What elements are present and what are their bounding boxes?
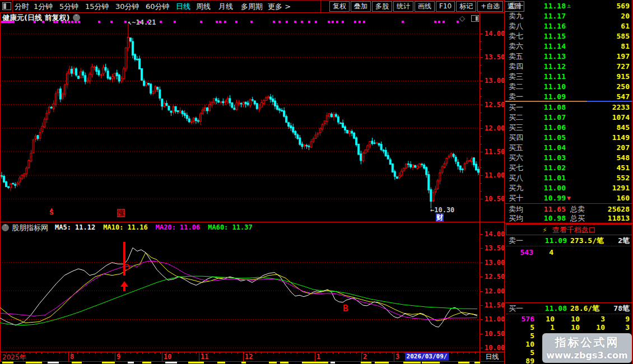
menu-period-2[interactable]: 1分钟 — [34, 2, 53, 12]
queue-order-value: 10 — [511, 340, 534, 348]
deep-quote-button[interactable]: ⚡ 查看千档盘口 — [506, 224, 632, 235]
queue-order-value: 9 — [606, 315, 630, 323]
sell-level-row[interactable]: 卖六11.1481 — [505, 41, 633, 52]
sell1-queue-header: 卖一 11.09 273.5/笔 2笔 — [505, 236, 633, 246]
buy1-label: 买一 — [509, 304, 523, 314]
buy-level-row[interactable]: 买八11.01552 — [505, 173, 633, 183]
bid-ask-ratio-bar — [505, 101, 633, 102]
date-axis[interactable]: 2025年891011121232026/03/09/一 — [0, 352, 480, 361]
sell1-per-order: 273.5/笔 — [570, 236, 604, 246]
toolbar-button-3[interactable]: 多股 — [372, 1, 392, 12]
toolbar-button-2[interactable]: 叠加 — [351, 1, 371, 12]
indicator-price-axis: 14.0013.5013.0012.5012.0011.5011.0010.50… — [480, 223, 504, 352]
period-label[interactable]: 日线 — [480, 352, 504, 362]
buy-level-row[interactable]: 买六11.03548 — [505, 153, 633, 163]
deep-quote-label: 查看千档盘口 — [552, 226, 596, 234]
queue-order-value: 10 — [581, 323, 605, 332]
month-tick-label: 2 — [363, 353, 367, 361]
sell-level-row[interactable]: 卖二11.10250 — [505, 82, 633, 92]
buy-level-row[interactable]: 买四11.051149 — [505, 133, 633, 143]
main-axis-tick: 13.00 — [485, 77, 507, 85]
buy-level-row[interactable]: 买九11.001291 — [505, 183, 633, 193]
month-tick-label: 1 — [316, 353, 320, 361]
menu-period-3[interactable]: 5分钟 — [59, 2, 78, 12]
indicator-axis-tick: 10.50 — [485, 330, 507, 338]
indicator-axis-tick: 11.00 — [485, 315, 507, 323]
sell1-queue-row: 543 4 — [505, 248, 633, 258]
indicator-ma-chart[interactable]: B — [0, 223, 480, 352]
watermark-line1: 指标公式网 — [542, 333, 632, 350]
menu-period-9[interactable]: 月线 — [218, 2, 233, 12]
sell1-count: 2笔 — [601, 236, 630, 246]
menu-period-5[interactable]: 30分钟 — [115, 2, 139, 12]
sell-level-row[interactable]: 卖十11.18±569 — [505, 1, 633, 11]
price-down-icon: ▼ — [567, 193, 571, 203]
menu-period-11[interactable]: 更多 > — [268, 2, 291, 12]
sell-level-row[interactable]: 卖五11.13197 — [505, 52, 633, 62]
main-axis-tick: 11.50 — [485, 148, 507, 156]
queue-order-value: 89 — [511, 357, 534, 364]
indicator-axis-tick: 13.50 — [485, 244, 507, 252]
buy-avg-price: 10.98 — [530, 213, 566, 223]
menu-period-1[interactable]: 分时 — [15, 2, 29, 12]
zhang-badge: 涨 — [117, 209, 125, 217]
toolbar-button-5[interactable]: 画线 — [415, 1, 435, 12]
window-split-icon[interactable] — [2, 2, 11, 10]
indicator-axis-tick: 12.50 — [485, 273, 507, 281]
main-candlestick-chart[interactable] — [0, 12, 480, 222]
buy-level-row[interactable]: 买三11.06845 — [505, 123, 633, 133]
main-axis-tick: 14.00 — [485, 30, 507, 38]
buy-level-row[interactable]: 买二11.071074 — [505, 113, 633, 123]
buy-level-row[interactable]: 买一11.082233 — [505, 102, 633, 113]
buy1-price: 11.08 — [528, 304, 567, 314]
sell-level-row[interactable]: 卖七11.15585 — [505, 31, 633, 41]
menu-period-8[interactable]: 周线 — [196, 2, 211, 12]
price-range-icon: ± — [567, 1, 571, 11]
main-price-axis: 14.0013.5013.0012.5012.0011.5011.0010.50 — [480, 12, 504, 222]
sell-level-row[interactable]: 卖四11.12727 — [505, 62, 633, 72]
current-date-highlight[interactable]: 2026/03/09/一 — [405, 352, 449, 361]
menu-period-10[interactable]: 多周期 — [241, 2, 263, 12]
year-label: 2025年 — [2, 353, 26, 361]
queue-order-value: 10 — [556, 315, 580, 323]
buy-avg-label: 买均 — [509, 213, 523, 223]
indicator-axis-tick: 14.00 — [485, 230, 507, 238]
toolbar-buttons: 复权叠加多股统计画线F10标记+自选返回 — [328, 1, 524, 12]
toolbar-button-8[interactable]: +自选 — [477, 1, 503, 12]
month-tick-label: 12 — [245, 353, 253, 361]
queue-order-value: 10 — [531, 315, 555, 323]
buy1-per-order: 28.6/笔 — [570, 304, 599, 314]
toolbar-button-1[interactable]: 复权 — [329, 1, 350, 12]
high-price-annotation: ↖~14.21 — [128, 18, 156, 26]
queue-order-value: 3 — [606, 323, 630, 332]
queue-order-value: 10 — [556, 323, 580, 332]
month-tick-label: 11 — [201, 353, 208, 361]
toolbar-button-4[interactable]: 统计 — [393, 1, 413, 12]
buy-level-row[interactable]: 买七11.02451 — [505, 163, 633, 173]
menu-period-4[interactable]: 15分钟 — [85, 2, 109, 12]
main-axis-tick: 12.00 — [485, 124, 507, 132]
svg-text:B: B — [343, 303, 348, 314]
main-axis-tick: 10.50 — [485, 195, 507, 203]
buy1-queue-header: 买一 11.08 28.6/笔 78笔 — [505, 304, 633, 314]
buy-level-row[interactable]: 买五11.04207 — [505, 143, 633, 153]
buy1-count: 78笔 — [601, 304, 630, 314]
total-buy-label: 总买 — [570, 213, 585, 223]
queue-order-value: 3 — [581, 315, 605, 323]
menu-period-7[interactable]: 日线 — [176, 2, 190, 12]
toolbar-button-7[interactable]: 标记 — [456, 1, 476, 12]
menu-period-6[interactable]: 60分钟 — [146, 2, 170, 12]
watermark: 指标公式网 www.zbgs3.com — [542, 333, 632, 363]
watermark-line2: www.zbgs3.com — [542, 350, 632, 361]
sell-level-row[interactable]: 卖三11.11915 — [505, 72, 633, 82]
order-book-panel: 卖十11.18±569卖九11.1720卖八11.1661卖七11.15585卖… — [505, 0, 633, 364]
lightning-icon: ⚡ — [542, 226, 547, 234]
month-tick-label: 10 — [164, 353, 171, 361]
buy-level-row[interactable]: 买十10.99▼160 — [505, 193, 633, 203]
sell-level-row[interactable]: 卖八11.1661 — [505, 21, 633, 31]
month-tick-label: 8 — [70, 353, 74, 361]
sell1-price: 11.09 — [528, 236, 567, 246]
toolbar-button-6[interactable]: F10 — [436, 1, 455, 12]
indicator-axis-tick: 11.50 — [485, 301, 507, 309]
sell-level-row[interactable]: 卖九11.1720 — [505, 11, 633, 21]
